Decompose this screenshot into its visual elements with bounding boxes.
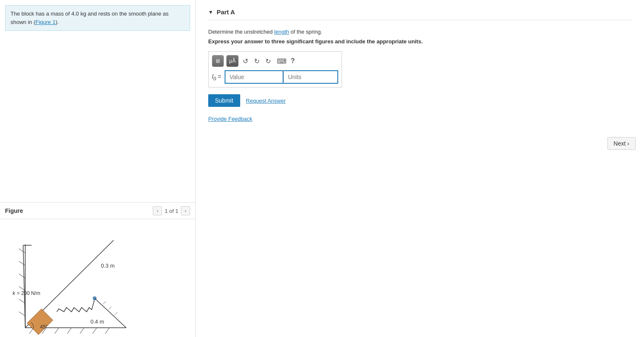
provide-feedback-button[interactable]: Provide Feedback: [208, 116, 252, 122]
grid-icon: ⊞: [216, 58, 220, 64]
svg-line-11: [19, 249, 25, 253]
figure-nav: ‹ 1 of 1 ›: [153, 206, 190, 215]
figure-page-label: 1 of 1: [164, 208, 178, 214]
svg-line-7: [109, 307, 111, 310]
request-answer-button[interactable]: Request Answer: [246, 98, 286, 104]
help-icon: ?: [291, 57, 295, 64]
figure-canvas[interactable]: 0.3 m k = 200 N/m 0.4 m 45°: [0, 219, 195, 337]
keyboard-icon: ⌨: [277, 57, 286, 65]
svg-text:= 200 N/m: = 200 N/m: [17, 290, 40, 296]
undo-icon: ↺: [243, 57, 248, 65]
help-button[interactable]: ?: [291, 57, 295, 65]
value-input[interactable]: [225, 70, 284, 84]
svg-line-12: [19, 261, 25, 265]
main-layout: The block has a mass of 4.0 kg and rests…: [0, 0, 644, 337]
units-input[interactable]: [284, 70, 338, 84]
toolbar: ⊞ μÅ ↺ ↻ ↻ ⌨ ?: [212, 55, 338, 67]
figure-section: Figure ‹ 1 of 1 ›: [0, 202, 195, 337]
question-highlight: length: [274, 29, 289, 35]
input-row: l0 =: [212, 70, 338, 84]
redo-button[interactable]: ↻: [252, 55, 261, 67]
svg-line-19: [55, 328, 59, 334]
figure-svg: 0.3 m k = 200 N/m 0.4 m 45°: [0, 219, 195, 337]
svg-text:0.3 m: 0.3 m: [101, 263, 115, 269]
part-header: ▼ Part A: [208, 8, 631, 20]
figure-title: Figure: [5, 207, 153, 214]
part-title: Part A: [217, 8, 235, 16]
svg-line-6: [103, 301, 106, 304]
collapse-arrow-icon[interactable]: ▼: [208, 9, 213, 15]
problem-statement: The block has a mass of 4.0 kg and rests…: [5, 5, 190, 31]
figure-header: Figure ‹ 1 of 1 ›: [0, 203, 195, 219]
svg-text:45°: 45°: [40, 324, 48, 330]
svg-text:0.4 m: 0.4 m: [90, 318, 104, 325]
figure-link[interactable]: Figure 1: [35, 19, 56, 25]
mu-icon: μÅ: [229, 58, 236, 64]
input-label: l0 =: [212, 73, 221, 81]
next-label: Next: [614, 140, 626, 147]
next-arrow-icon: ›: [627, 140, 629, 147]
svg-line-23: [105, 328, 109, 334]
undo-button[interactable]: ↺: [241, 55, 250, 67]
refresh-button[interactable]: ↻: [264, 55, 273, 67]
question-text: Determine the unstretched length of the …: [208, 29, 631, 35]
figure-prev-button[interactable]: ‹: [153, 206, 162, 215]
svg-line-16: [19, 312, 25, 316]
redo-icon: ↻: [254, 57, 260, 65]
svg-line-22: [93, 328, 97, 334]
svg-text:k: k: [13, 290, 16, 296]
grid-button[interactable]: ⊞: [212, 55, 224, 67]
keyboard-button[interactable]: ⌨: [275, 55, 288, 67]
action-row: Submit Request Answer: [208, 94, 631, 107]
svg-line-21: [80, 328, 84, 334]
svg-line-17: [29, 328, 34, 334]
problem-text: The block has a mass of 4.0 kg and rests…: [11, 11, 169, 25]
left-panel: The block has a mass of 4.0 kg and rests…: [0, 0, 196, 337]
svg-line-13: [19, 274, 25, 278]
refresh-icon: ↻: [265, 57, 271, 65]
problem-text-end: ).: [56, 19, 59, 25]
answer-box: ⊞ μÅ ↺ ↻ ↻ ⌨ ?: [208, 51, 342, 88]
right-panel: ▼ Part A Determine the unstretched lengt…: [196, 0, 644, 337]
svg-rect-3: [27, 309, 53, 334]
next-button[interactable]: Next ›: [607, 137, 636, 150]
instruction-text: Express your answer to three significant…: [208, 38, 631, 45]
mu-button[interactable]: μÅ: [226, 55, 239, 67]
svg-line-20: [67, 328, 72, 334]
svg-line-8: [114, 312, 117, 315]
figure-next-button[interactable]: ›: [181, 206, 190, 215]
submit-button[interactable]: Submit: [208, 94, 240, 107]
